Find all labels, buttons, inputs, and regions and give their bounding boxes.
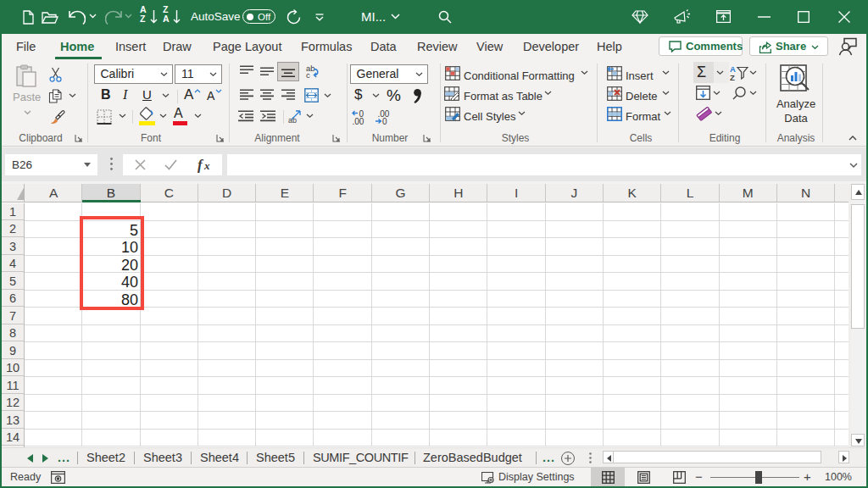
svg-text:x: x: [203, 159, 210, 172]
svg-text:ab: ab: [288, 116, 297, 125]
svg-text:f: f: [198, 157, 204, 173]
svg-text:.00: .00: [353, 117, 364, 125]
svg-text:c: c: [306, 70, 310, 79]
svg-text:Z: Z: [730, 73, 735, 81]
svg-text:0: 0: [382, 117, 387, 125]
